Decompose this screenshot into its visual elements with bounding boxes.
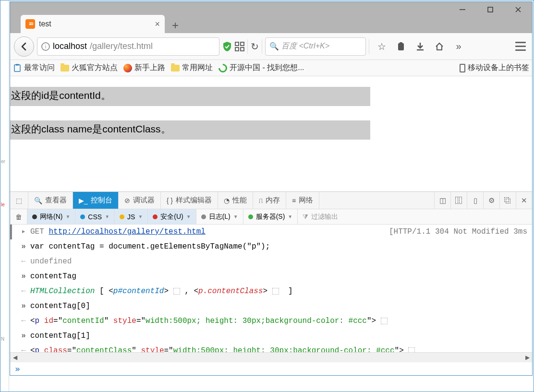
bookmark-getting-started[interactable]: 新手上路 <box>123 63 165 73</box>
devtools-tabs: ⬚ 🔍查看器 ▶_控制台 ⊘调试器 { }样式编辑器 ◔性能 ⎍内存 ≡网络 ◫… <box>10 192 532 209</box>
bookmark-label: 新手上路 <box>134 63 165 73</box>
devtools-close-icon[interactable]: ✕ <box>516 192 532 209</box>
request-url-link[interactable]: http://localhost/gallery/test.html <box>49 227 205 236</box>
clipboard-icon[interactable] <box>395 41 407 52</box>
filter-css[interactable]: CSS▼ <box>75 209 115 224</box>
scroll-left-icon[interactable]: ◀ <box>10 353 20 362</box>
devtools-panel: ⬚ 🔍查看器 ▶_控制台 ⊘调试器 { }样式编辑器 ◔性能 ⎍内存 ≡网络 ◫… <box>10 191 532 375</box>
reload-button[interactable]: ↻ <box>251 41 259 52</box>
devtools-tab-performance[interactable]: ◔性能 <box>218 192 253 209</box>
minimize-button[interactable] <box>449 2 476 17</box>
menu-button[interactable] <box>513 42 528 51</box>
devtools-tab-console[interactable]: ▶_控制台 <box>73 192 119 209</box>
tab-strip: ဆ test × + <box>21 14 183 33</box>
bookmarks-toolbar: 最常访问 火狐官方站点 新手上路 常用网址 开源中国 - 找到您想... 移动设… <box>10 60 532 76</box>
devtools-tab-inspector[interactable]: 🔍查看器 <box>28 192 73 209</box>
devtools-right-icons: ◫ ⿲ ▯ ⚙ ⿻ ✕ <box>434 192 532 209</box>
folder-icon <box>61 65 69 71</box>
devtools-pick-element[interactable]: ⬚ <box>10 192 28 209</box>
svg-rect-4 <box>398 43 404 50</box>
url-path: /gallery/test.html <box>90 41 153 51</box>
request-status: [HTTP/1.1 304 Not Modified 3ms <box>389 225 527 239</box>
separator <box>247 39 248 54</box>
close-window-button[interactable] <box>504 2 532 17</box>
horizontal-scrollbar[interactable]: ◀ ▶ <box>10 352 532 362</box>
search-icon: 🔍 <box>269 42 279 51</box>
filter-server[interactable]: 服务器(S)▼ <box>243 209 298 224</box>
console-output-line: <p id="contentId" style="width:500px; he… <box>10 314 532 329</box>
console-input-line: contentTag[0] <box>10 299 532 314</box>
new-tab-button[interactable]: + <box>168 18 183 33</box>
devtools-settings-icon[interactable]: ⚙ <box>483 192 499 209</box>
tab-active[interactable]: ဆ test × <box>21 15 165 33</box>
maximize-button[interactable] <box>476 2 504 17</box>
bookmark-common-urls[interactable]: 常用网址 <box>171 63 213 73</box>
console-filter-bar: 🗑 网络(N)▼ CSS▼ JS▼ 安全(U)▼ 日志(L)▼ 服务器(S)▼ … <box>10 209 532 225</box>
bookmark-firefox-official[interactable]: 火狐官方站点 <box>61 63 118 73</box>
dock-side-icon[interactable]: ◫ <box>434 192 450 209</box>
console-input-line: contentTag[1] <box>10 329 532 344</box>
xampp-favicon-icon: ဆ <box>25 19 35 29</box>
split-console-icon[interactable]: ⿲ <box>450 192 467 209</box>
titlebar: ဆ test × + <box>10 2 532 33</box>
filter-log[interactable]: 日志(L)▼ <box>196 209 243 224</box>
toolbar-icons: ☆ » <box>376 41 464 52</box>
clipboard-icon <box>13 64 22 72</box>
bookmark-most-visited[interactable]: 最常访问 <box>13 63 55 73</box>
bookmark-mobile[interactable]: 移动设备上的书签 <box>460 63 529 73</box>
console-input-line: contentTag <box>10 269 532 284</box>
paragraph-contentclass: 这段的class name是contentClass。 <box>10 120 370 140</box>
devtools-tab-memory[interactable]: ⎍内存 <box>253 192 286 209</box>
filter-js[interactable]: JS▼ <box>115 209 148 224</box>
paragraph-contentid: 这段的id是contentId。 <box>10 87 370 106</box>
qr-icon[interactable] <box>235 42 244 51</box>
page-content: 这段的id是contentId。 这段的class name是contentCl… <box>10 76 532 191</box>
address-bar[interactable]: i localhost/gallery/test.html <box>37 37 219 56</box>
tracking-shield-icon[interactable] <box>222 41 232 52</box>
svg-rect-1 <box>488 7 493 12</box>
tab-close-icon[interactable]: × <box>155 19 160 29</box>
svg-rect-5 <box>400 42 402 44</box>
bookmark-label: 最常访问 <box>24 63 55 73</box>
filter-net[interactable]: 网络(N)▼ <box>27 209 75 224</box>
nav-toolbar: i localhost/gallery/test.html ↻ 🔍 百度 <Ct… <box>10 33 532 60</box>
url-host: localhost <box>53 41 87 51</box>
console-output-line: HTMLCollection [ <p#contentId> , <p.cont… <box>10 284 532 299</box>
bookmark-label: 火狐官方站点 <box>72 63 118 73</box>
home-icon[interactable] <box>434 41 445 52</box>
bookmark-star-icon[interactable]: ☆ <box>376 41 388 52</box>
responsive-icon[interactable]: ▯ <box>467 192 483 209</box>
console-output[interactable]: ▸ GET http://localhost/gallery/test.html… <box>10 225 532 352</box>
external-sidebar-fragment: er le N <box>0 0 9 392</box>
scroll-right-icon[interactable]: ▶ <box>522 353 532 362</box>
console-request-line: ▸ GET http://localhost/gallery/test.html… <box>10 225 532 239</box>
filter-input[interactable]: ⧩过滤输出 <box>298 213 532 221</box>
console-prompt[interactable]: » <box>10 362 532 375</box>
funnel-icon: ⧩ <box>303 213 308 221</box>
mobile-icon <box>460 64 465 72</box>
devtools-tab-debugger[interactable]: ⊘调试器 <box>119 192 161 209</box>
devtools-tab-network[interactable]: ≡网络 <box>286 192 319 209</box>
svg-rect-7 <box>16 64 19 65</box>
console-output-line: undefined <box>10 254 532 269</box>
browser-window: ဆ test × + i localhost/gallery/test.html… <box>10 1 533 376</box>
filter-security[interactable]: 安全(U)▼ <box>148 209 196 224</box>
dock-window-icon[interactable]: ⿻ <box>499 192 516 209</box>
back-button[interactable] <box>14 36 34 57</box>
bookmark-oschina[interactable]: 开源中国 - 找到您想... <box>218 63 304 73</box>
window-controls <box>449 2 532 17</box>
search-box[interactable]: 🔍 百度 <Ctrl+K> <box>265 37 366 56</box>
search-placeholder: 百度 <Ctrl+K> <box>281 41 329 51</box>
separator <box>262 39 262 54</box>
clear-console-button[interactable]: 🗑 <box>10 209 27 224</box>
oschina-icon <box>217 62 229 74</box>
devtools-tab-style[interactable]: { }样式编辑器 <box>161 192 218 209</box>
firefox-icon <box>123 64 132 72</box>
console-input-line: var contentTag = document.getElementsByT… <box>10 239 532 254</box>
separator <box>369 39 369 54</box>
console-output-line: <p class="contentClass" style="width:500… <box>10 344 532 352</box>
site-info-icon[interactable]: i <box>41 42 50 51</box>
downloads-icon[interactable] <box>414 41 426 52</box>
overflow-icon[interactable]: » <box>453 41 464 52</box>
bookmark-label: 移动设备上的书签 <box>468 63 529 73</box>
